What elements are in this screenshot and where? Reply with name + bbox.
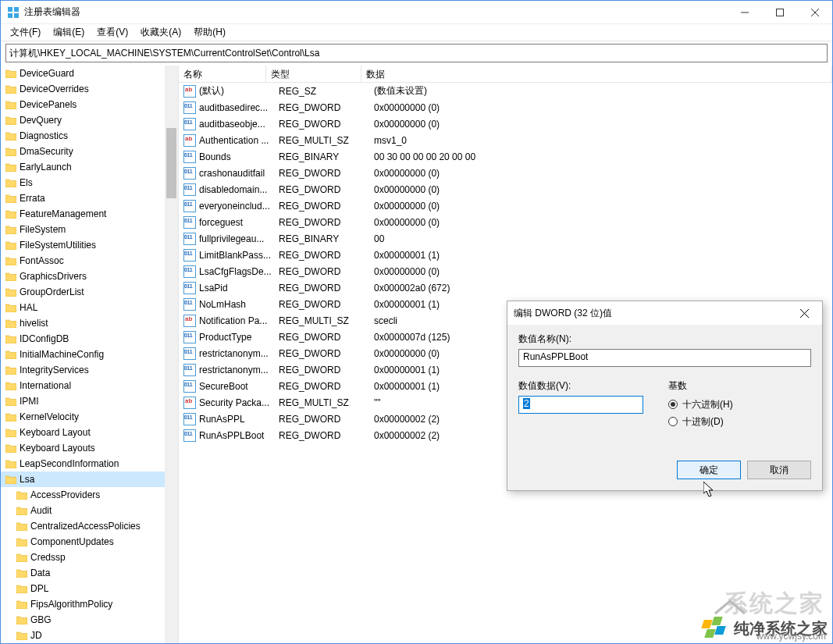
cancel-button[interactable]: 取消 xyxy=(747,461,811,479)
tree-item[interactable]: DevicePanels xyxy=(1,97,165,112)
svg-rect-0 xyxy=(8,7,12,12)
value-icon xyxy=(183,216,196,229)
tree-item[interactable]: DevQuery xyxy=(1,112,165,128)
tree-scrollbar[interactable] xyxy=(165,66,178,643)
tree-item[interactable]: GBG xyxy=(1,612,165,628)
maximize-button[interactable] xyxy=(762,1,797,24)
value-type: REG_DWORD xyxy=(279,365,374,375)
tree-item[interactable]: HAL xyxy=(1,300,165,315)
tree-item[interactable]: FeatureManagement xyxy=(1,206,165,222)
value-row[interactable]: forceguestREG_DWORD0x00000000 (0) xyxy=(179,214,832,230)
tree-item-label: hivelist xyxy=(20,318,48,329)
tree-item[interactable]: DeviceGuard xyxy=(1,66,165,81)
radio-dec[interactable] xyxy=(668,417,678,426)
tree-item[interactable]: DPL xyxy=(1,581,165,596)
tree-item[interactable]: Lsa xyxy=(1,471,165,487)
tree-item[interactable]: FileSystemUtilities xyxy=(1,237,165,253)
dialog-close-button[interactable] xyxy=(792,301,816,325)
tree-item[interactable]: EarlyLaunch xyxy=(1,159,165,175)
tree-item[interactable]: FileSystem xyxy=(1,222,165,237)
value-name: ProductType xyxy=(199,332,279,343)
value-row[interactable]: (默认)REG_SZ(数值未设置) xyxy=(179,83,832,99)
tree-item-label: FileSystem xyxy=(20,224,66,235)
tree-item[interactable]: Errata xyxy=(1,190,165,206)
value-type: REG_DWORD xyxy=(279,217,374,228)
tree-item[interactable]: Audit xyxy=(1,503,165,518)
base-label: 基数 xyxy=(668,379,811,393)
menu-favorites[interactable]: 收藏夹(A) xyxy=(134,24,187,41)
value-icon xyxy=(183,101,196,114)
tree-item[interactable]: FipsAlgorithmPolicy xyxy=(1,596,165,612)
value-row[interactable]: auditbaseobje...REG_DWORD0x00000000 (0) xyxy=(179,116,832,132)
tree-item[interactable]: Diagnostics xyxy=(1,128,165,144)
tree-item-label: GBG xyxy=(30,614,52,625)
value-name-field[interactable]: RunAsPPLBoot xyxy=(518,349,811,367)
menu-file[interactable]: 文件(F) xyxy=(4,24,47,41)
value-name: Notification Pa... xyxy=(199,315,279,326)
column-type[interactable]: 类型 xyxy=(266,66,361,82)
window-title: 注册表编辑器 xyxy=(24,5,80,19)
menu-view[interactable]: 查看(V) xyxy=(91,24,134,41)
address-bar[interactable]: 计算机\HKEY_LOCAL_MACHINE\SYSTEM\CurrentCon… xyxy=(5,44,828,62)
tree-item[interactable]: CentralizedAccessPolicies xyxy=(1,518,165,534)
value-row[interactable]: LsaCfgFlagsDe...REG_DWORD0x00000000 (0) xyxy=(179,263,832,279)
tree-item[interactable]: InitialMachineConfig xyxy=(1,347,165,362)
radio-hex[interactable] xyxy=(668,400,678,409)
value-name: everyoneinclud... xyxy=(199,201,279,212)
value-icon xyxy=(183,167,196,180)
close-button[interactable] xyxy=(797,1,832,24)
tree-item[interactable]: AccessProviders xyxy=(1,487,165,503)
value-icon xyxy=(183,265,196,278)
value-name: restrictanonym... xyxy=(199,348,279,359)
value-row[interactable]: LsaPidREG_DWORD0x000002a0 (672) xyxy=(179,279,832,296)
value-row[interactable]: crashonauditfailREG_DWORD0x00000000 (0) xyxy=(179,165,832,181)
value-row[interactable]: disabledomain...REG_DWORD0x00000000 (0) xyxy=(179,181,832,197)
value-icon xyxy=(183,200,196,212)
tree-item[interactable]: Keyboard Layouts xyxy=(1,440,165,456)
value-type: REG_BINARY xyxy=(279,151,374,162)
tree-item[interactable]: IntegrityServices xyxy=(1,362,165,378)
tree-item[interactable]: Data xyxy=(1,565,165,581)
value-row[interactable]: everyoneinclud...REG_DWORD0x00000000 (0) xyxy=(179,197,832,214)
tree-item-label: JD xyxy=(30,630,42,641)
tree-item[interactable]: Els xyxy=(1,175,165,190)
value-name: auditbaseobje... xyxy=(199,119,279,130)
menu-help[interactable]: 帮助(H) xyxy=(187,24,232,41)
value-row[interactable]: fullprivilegeau...REG_BINARY00 xyxy=(179,230,832,247)
tree-item[interactable]: Keyboard Layout xyxy=(1,425,165,440)
tree-item[interactable]: KernelVelocity xyxy=(1,409,165,425)
ok-button[interactable]: 确定 xyxy=(677,461,741,479)
column-name[interactable]: 名称 xyxy=(179,66,266,82)
value-row[interactable]: Authentication ...REG_MULTI_SZmsv1_0 xyxy=(179,132,832,148)
value-icon xyxy=(183,233,196,245)
tree-item[interactable]: GroupOrderList xyxy=(1,284,165,300)
tree-item[interactable]: ComponentUpdates xyxy=(1,534,165,550)
tree-item[interactable]: LeapSecondInformation xyxy=(1,456,165,471)
tree-item[interactable]: DeviceOverrides xyxy=(1,81,165,97)
menu-edit[interactable]: 编辑(E) xyxy=(47,24,91,41)
value-name: SecureBoot xyxy=(199,381,279,392)
minimize-button[interactable] xyxy=(727,1,762,24)
value-row[interactable]: LimitBlankPass...REG_DWORD0x00000001 (1) xyxy=(179,247,832,263)
value-icon xyxy=(183,298,196,311)
column-data[interactable]: 数据 xyxy=(361,66,832,82)
tree-item[interactable]: GraphicsDrivers xyxy=(1,269,165,284)
radio-dec-row[interactable]: 十进制(D) xyxy=(668,413,811,430)
tree-item[interactable]: Credssp xyxy=(1,550,165,565)
tree-item[interactable]: FontAssoc xyxy=(1,253,165,269)
tree-item[interactable]: International xyxy=(1,378,165,393)
tree-item[interactable]: IDConfigDB xyxy=(1,331,165,347)
tree-item[interactable]: hivelist xyxy=(1,315,165,331)
tree-item[interactable]: DmaSecurity xyxy=(1,144,165,159)
radio-hex-row[interactable]: 十六进制(H) xyxy=(668,396,811,413)
value-row[interactable]: auditbasedirec...REG_DWORD0x00000000 (0) xyxy=(179,99,832,116)
value-name: RunAsPPLBoot xyxy=(199,430,279,441)
value-row[interactable]: BoundsREG_BINARY00 30 00 00 00 20 00 00 xyxy=(179,148,832,165)
tree-item[interactable]: IPMI xyxy=(1,393,165,409)
value-data: 0x00000000 (0) xyxy=(374,201,832,212)
tree-item-label: GroupOrderList xyxy=(20,286,84,297)
tree-item[interactable]: JD xyxy=(1,628,165,643)
scrollbar-thumb[interactable] xyxy=(166,128,176,198)
value-name: (默认) xyxy=(199,84,279,98)
value-data-field[interactable]: 2 xyxy=(518,396,643,414)
